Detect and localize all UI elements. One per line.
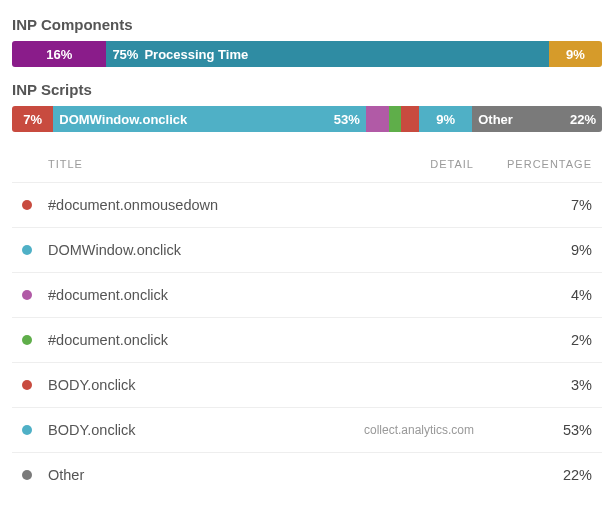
row-title-cell: #document.onclick	[22, 332, 354, 348]
bar-segment-pct: 9%	[436, 112, 455, 127]
table-row: Other22%	[12, 452, 602, 497]
bar-segment-label: Processing Time	[144, 47, 248, 62]
inp-scripts-title: INP Scripts	[12, 81, 602, 98]
row-title: BODY.onclick	[48, 377, 136, 393]
row-percentage: 53%	[494, 422, 592, 438]
row-title: #document.onmousedown	[48, 197, 218, 213]
row-percentage: 4%	[494, 287, 592, 303]
inp-components-title: INP Components	[12, 16, 602, 33]
table-header-title: TITLE	[22, 158, 354, 170]
bar-segment-label: Other	[478, 112, 513, 127]
table-row: BODY.onclickcollect.analytics.com53%	[12, 407, 602, 452]
table-row: #document.onclick2%	[12, 317, 602, 362]
table-header-row: TITLE DETAIL PERCENTAGE	[12, 146, 602, 182]
row-percentage: 2%	[494, 332, 592, 348]
row-percentage: 7%	[494, 197, 592, 213]
bar-segment: 75%Processing Time	[106, 41, 549, 67]
bar-segment-label: DOMWindow.onclick	[59, 112, 187, 127]
table-row: BODY.onclick3%	[12, 362, 602, 407]
color-dot-icon	[22, 425, 32, 435]
row-detail: collect.analytics.com	[354, 423, 494, 437]
bar-segment	[389, 106, 401, 132]
bar-segment: DOMWindow.onclick53%	[53, 106, 366, 132]
table-body: #document.onmousedown7%DOMWindow.onclick…	[12, 182, 602, 497]
row-title: #document.onclick	[48, 332, 168, 348]
row-percentage: 22%	[494, 467, 592, 483]
bar-segment: 7%	[12, 106, 53, 132]
bar-segment	[366, 106, 390, 132]
bar-segment-pct: 7%	[23, 112, 42, 127]
bar-segment: 9%	[419, 106, 472, 132]
row-title: #document.onclick	[48, 287, 168, 303]
color-dot-icon	[22, 245, 32, 255]
color-dot-icon	[22, 470, 32, 480]
bar-segment: 16%	[12, 41, 106, 67]
bar-segment-pct: 16%	[46, 47, 72, 62]
table-row: #document.onmousedown7%	[12, 182, 602, 227]
bar-segment-pct: 9%	[566, 47, 585, 62]
bar-segment	[401, 106, 419, 132]
inp-components-bar: 16%75%Processing Time9%	[12, 41, 602, 67]
color-dot-icon	[22, 380, 32, 390]
row-title-cell: #document.onclick	[22, 287, 354, 303]
color-dot-icon	[22, 335, 32, 345]
bar-segment: Other22%	[472, 106, 602, 132]
row-title: DOMWindow.onclick	[48, 242, 181, 258]
bar-segment-pct: 53%	[334, 112, 360, 127]
bar-segment-pct: 22%	[570, 112, 596, 127]
row-title-cell: BODY.onclick	[22, 422, 354, 438]
row-title-cell: Other	[22, 467, 354, 483]
color-dot-icon	[22, 200, 32, 210]
bar-segment-pct: 75%	[112, 47, 138, 62]
inp-scripts-bar: 7%DOMWindow.onclick53%9%Other22%	[12, 106, 602, 132]
row-percentage: 3%	[494, 377, 592, 393]
row-title: BODY.onclick	[48, 422, 136, 438]
table-header-percentage: PERCENTAGE	[494, 158, 592, 170]
row-title-cell: DOMWindow.onclick	[22, 242, 354, 258]
color-dot-icon	[22, 290, 32, 300]
row-title: Other	[48, 467, 84, 483]
bar-segment: 9%	[549, 41, 602, 67]
row-percentage: 9%	[494, 242, 592, 258]
table-row: #document.onclick4%	[12, 272, 602, 317]
row-title-cell: #document.onmousedown	[22, 197, 354, 213]
table-row: DOMWindow.onclick9%	[12, 227, 602, 272]
row-title-cell: BODY.onclick	[22, 377, 354, 393]
table-header-detail: DETAIL	[354, 158, 494, 170]
